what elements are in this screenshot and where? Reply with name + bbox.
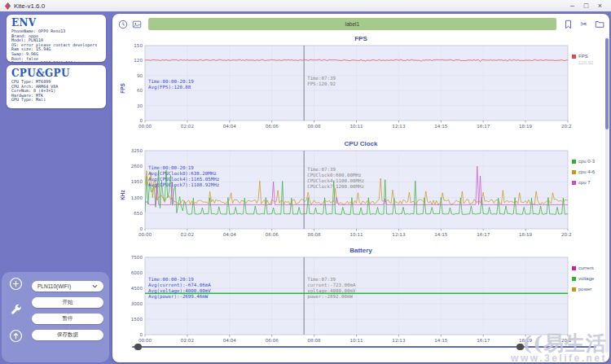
close-button[interactable]: × bbox=[593, 0, 607, 11]
svg-text:08:08: 08:08 bbox=[308, 232, 322, 237]
svg-text:FPS:120.92: FPS:120.92 bbox=[307, 81, 336, 86]
legend-item: cpu 0-3 bbox=[572, 159, 609, 164]
svg-text:Time:00:00-20:19: Time:00:00-20:19 bbox=[148, 277, 194, 282]
svg-text:60: 60 bbox=[137, 88, 143, 93]
bookmark-icon[interactable] bbox=[563, 19, 574, 29]
device-select-value: PLN110(WIFI) bbox=[37, 283, 71, 289]
minimize-button[interactable]: – bbox=[565, 0, 579, 11]
app-icon bbox=[4, 2, 11, 10]
svg-text:1500: 1500 bbox=[131, 317, 143, 322]
add-device-icon[interactable] bbox=[9, 277, 23, 291]
svg-text:Avg(FPS):120.88: Avg(FPS):120.88 bbox=[148, 85, 191, 90]
env-panel-title: ENV bbox=[11, 17, 101, 29]
svg-text:Time:00:00-20:19: Time:00:00-20:19 bbox=[148, 79, 194, 84]
env-info-lines: PhoneName: OPPO Reno13Brand: oppoModel: … bbox=[11, 29, 101, 62]
svg-text:14:15: 14:15 bbox=[434, 232, 448, 237]
svg-text:12:13: 12:13 bbox=[392, 232, 406, 237]
battery-plot[interactable]: 01500300045006000750000:0002:0204:0406:0… bbox=[127, 255, 572, 348]
cpu-clock-chart-title: CPU Clock bbox=[112, 140, 609, 148]
svg-text:1950: 1950 bbox=[131, 179, 143, 184]
svg-text:150: 150 bbox=[134, 43, 143, 48]
svg-text:voltage:4000.00mV: voltage:4000.00mV bbox=[307, 288, 356, 294]
svg-text:08:08: 08:08 bbox=[308, 124, 322, 129]
timeline-slider-left-handle[interactable] bbox=[134, 344, 142, 350]
svg-text:Time:00:00-20:19: Time:00:00-20:19 bbox=[148, 165, 194, 170]
controls-panel: PLN110(WIFI) 开始 暂停 保存数据 bbox=[2, 272, 109, 362]
cpu-clock-plot[interactable]: 0650130019502600325000:0002:0204:0406:06… bbox=[127, 148, 572, 242]
vertical-scrollbar-thumb[interactable] bbox=[605, 38, 609, 129]
svg-text:Time:07:39: Time:07:39 bbox=[307, 277, 336, 282]
legend-item: FPS bbox=[572, 54, 609, 59]
svg-text:1300: 1300 bbox=[131, 195, 143, 200]
svg-text:120: 120 bbox=[134, 58, 143, 63]
svg-text:current:-723.00mA: current:-723.00mA bbox=[307, 283, 356, 287]
settings-wrench-icon[interactable] bbox=[9, 303, 23, 317]
window-titlebar: Kite-v1.6.0 – □ × bbox=[0, 0, 611, 11]
legend-item: cpu 4-6 bbox=[572, 169, 609, 174]
legend-item: voltage bbox=[572, 276, 609, 281]
svg-text:02:02: 02:02 bbox=[181, 232, 194, 237]
svg-text:14:15: 14:15 bbox=[434, 124, 448, 129]
svg-text:power:-2892.00mW: power:-2892.00mW bbox=[307, 294, 353, 300]
legend-item: current bbox=[572, 265, 609, 270]
cpu-clock-legend: cpu 0-3cpu 4-6cpu 7 bbox=[572, 148, 609, 242]
svg-text:90: 90 bbox=[137, 73, 143, 78]
upload-icon[interactable] bbox=[9, 329, 23, 343]
svg-text:04:04: 04:04 bbox=[223, 232, 237, 237]
timeline-slider-right-handle[interactable] bbox=[516, 344, 524, 350]
svg-text:Avg(CPUClock7):1108.92MHz: Avg(CPUClock7):1108.92MHz bbox=[148, 182, 219, 188]
screenshot-image-icon[interactable] bbox=[131, 19, 142, 29]
save-data-button[interactable]: 保存数据 bbox=[32, 330, 103, 340]
svg-text:0: 0 bbox=[139, 118, 143, 123]
battery-y-axis-label bbox=[117, 255, 127, 348]
cpu-gpu-info-lines: CPU Type: MT6899CPU Arch: ARM64_V8ACoreN… bbox=[11, 80, 101, 103]
legend-item: cpu 7 bbox=[572, 180, 609, 185]
chevron-down-icon bbox=[92, 283, 98, 289]
svg-text:18:19: 18:19 bbox=[519, 232, 533, 237]
svg-text:2600: 2600 bbox=[131, 164, 143, 169]
svg-text:7500: 7500 bbox=[131, 255, 143, 260]
start-button[interactable]: 开始 bbox=[32, 297, 103, 308]
svg-text:4500: 4500 bbox=[131, 286, 143, 291]
cpu-gpu-panel-title: CPU&GPU bbox=[11, 68, 101, 79]
label-bar-text: label1 bbox=[345, 21, 359, 27]
timeline-slider bbox=[132, 343, 596, 351]
svg-text:CPUClock7:1200.00MHz: CPUClock7:1200.00MHz bbox=[307, 184, 364, 189]
svg-text:Avg(voltage):4000.00mV: Avg(voltage):4000.00mV bbox=[148, 288, 211, 294]
svg-text:16:17: 16:17 bbox=[477, 124, 490, 129]
cpu-clock-chart-section: CPU Clock KHz 0650130019502600325000:000… bbox=[112, 140, 609, 242]
svg-text:Time:07:39: Time:07:39 bbox=[307, 76, 336, 81]
env-panel: ENV PhoneName: OPPO Reno13Brand: oppoMod… bbox=[7, 15, 106, 62]
svg-text:10:11: 10:11 bbox=[349, 124, 363, 129]
svg-text:06:06: 06:06 bbox=[266, 232, 279, 237]
device-select[interactable]: PLN110(WIFI) bbox=[32, 281, 103, 292]
timeline-slider-track[interactable] bbox=[132, 346, 596, 348]
battery-chart-section: Battery 01500300045006000750000:0002:020… bbox=[112, 247, 609, 348]
fps-y-axis-label: FPS bbox=[117, 43, 127, 134]
svg-text:10:11: 10:11 bbox=[349, 232, 363, 237]
vertical-scrollbar bbox=[605, 37, 609, 353]
svg-text:3000: 3000 bbox=[131, 301, 143, 306]
history-clock-icon[interactable] bbox=[117, 19, 128, 29]
svg-text:06:06: 06:06 bbox=[266, 124, 279, 129]
maximize-button[interactable]: □ bbox=[579, 0, 593, 11]
svg-text:Avg(CPUClock4):1165.05MHz: Avg(CPUClock4):1165.05MHz bbox=[148, 177, 219, 182]
svg-text:00:00: 00:00 bbox=[138, 232, 152, 237]
legend-item: power bbox=[572, 287, 609, 292]
battery-legend: currentvoltagepower bbox=[572, 255, 609, 348]
svg-text:CPUClock4:1100.00MHz: CPUClock4:1100.00MHz bbox=[307, 178, 364, 183]
svg-text:6000: 6000 bbox=[131, 270, 143, 275]
svg-text:Avg(current):-674.06mA: Avg(current):-674.06mA bbox=[148, 283, 211, 288]
svg-text:20:21: 20:21 bbox=[561, 124, 572, 129]
svg-text:00:00: 00:00 bbox=[138, 124, 152, 129]
open-folder-icon[interactable] bbox=[594, 19, 604, 29]
window-title: Kite-v1.6.0 bbox=[14, 2, 45, 10]
pause-button[interactable]: 暂停 bbox=[32, 314, 103, 324]
svg-text:0: 0 bbox=[139, 226, 143, 231]
fps-plot[interactable]: 030609012015000:0002:0204:0406:0608:0810… bbox=[127, 43, 572, 134]
main-toolbar: label1 ✂ bbox=[117, 17, 604, 31]
scissors-icon[interactable]: ✂ bbox=[578, 19, 589, 29]
svg-text:04:04: 04:04 bbox=[223, 124, 237, 129]
cpu-y-axis-label: KHz bbox=[117, 148, 127, 242]
svg-text:30: 30 bbox=[137, 103, 143, 108]
